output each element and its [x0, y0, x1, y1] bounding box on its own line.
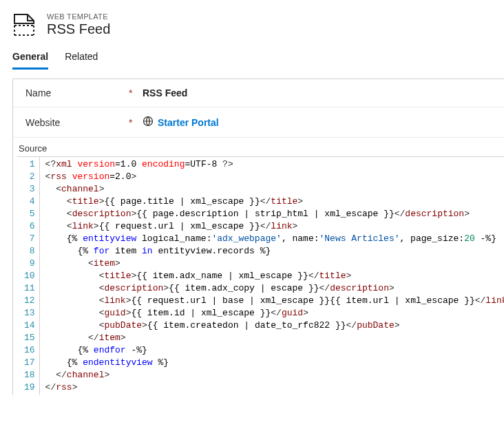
tab-related[interactable]: Related [65, 47, 98, 70]
website-link[interactable]: Starter Portal [143, 116, 219, 129]
website-link-text: Starter Portal [158, 117, 219, 128]
name-field[interactable]: RSS Feed [143, 87, 187, 98]
source-section: Source 12345678910111213141516171819 <?x… [13, 138, 504, 395]
field-label: Name [25, 87, 129, 98]
page-title: RSS Feed [47, 21, 110, 37]
template-icon [12, 12, 37, 37]
source-label: Source [17, 143, 504, 156]
required-indicator: * [129, 117, 143, 128]
field-row-name: Name * RSS Feed [13, 79, 504, 107]
field-label: Website [25, 117, 129, 128]
field-row-website: Website * Starter Portal [13, 107, 504, 138]
required-indicator: * [129, 87, 143, 98]
tab-general[interactable]: General [12, 47, 48, 70]
code-editor[interactable]: 12345678910111213141516171819 <?xml vers… [17, 156, 504, 395]
header-eyebrow: WEB TEMPLATE [47, 12, 110, 21]
form-panel: Name * RSS Feed Website * Starter Portal… [12, 78, 504, 395]
tab-bar: General Related [0, 47, 504, 70]
globe-icon [143, 116, 154, 129]
code-content[interactable]: <?xml version=1.0 encoding=UTF-8 ?><rss … [40, 157, 504, 395]
line-number-gutter: 12345678910111213141516171819 [17, 157, 40, 395]
record-header: WEB TEMPLATE RSS Feed [0, 0, 504, 47]
